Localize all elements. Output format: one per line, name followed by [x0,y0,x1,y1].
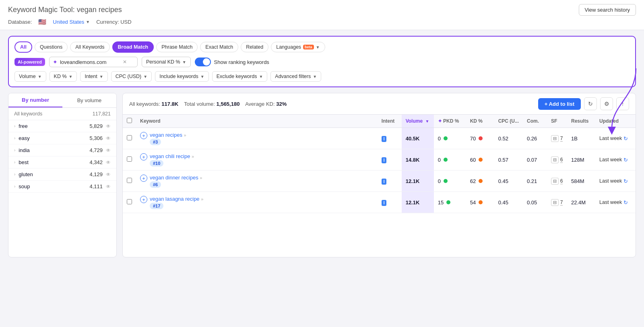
expand-keyword-icon[interactable]: » [200,175,202,180]
kd-dot [479,158,483,162]
view-history-button[interactable]: View search history [579,4,636,16]
volume-value: 12.1K [406,199,420,206]
select-all-checkbox[interactable] [127,118,132,123]
tab-broad-match[interactable]: Broad Match [112,41,154,53]
sparkle-icon: ✦ [53,59,58,65]
tab-languages[interactable]: Languages beta ▼ [271,42,325,52]
clear-icon[interactable]: ✕ [123,59,127,65]
keyword-link[interactable]: vegan dinner recipes [150,175,198,181]
eye-icon[interactable]: 👁 [106,172,111,177]
add-to-list-button[interactable]: + Add to list [538,98,581,110]
tab-related[interactable]: Related [241,42,268,52]
expand-arrow-icon: › [14,136,15,140]
kd-value: 54 [470,199,476,206]
row-checkbox[interactable] [127,178,132,183]
row-checkbox[interactable] [127,135,132,140]
add-keyword-icon[interactable]: + [140,153,147,160]
chevron-down-icon: ▼ [38,74,42,79]
advanced-filters-button[interactable]: Advanced filters ▼ [270,71,321,82]
ai-powered-label: AI-powered [14,58,45,66]
expand-arrow-icon: › [14,160,15,165]
chevron-down-icon: ▼ [182,60,186,64]
refresh-icon[interactable]: ↻ [623,199,628,206]
col-header-pkd: ✦ PKD % [434,115,466,128]
tab-questions[interactable]: Questions [35,42,68,52]
cpc-value: 0.57 [494,149,523,171]
expand-keyword-icon[interactable]: » [192,154,194,159]
keywords-table: Keyword Intent Volume ▼ ✦ PKD % KD % CPC… [123,115,636,213]
intent-filter[interactable]: Intent ▼ [80,71,107,82]
row-checkbox[interactable] [127,156,132,162]
tab-all[interactable]: All [14,41,32,53]
kd-value: 62 [470,178,476,184]
exclude-keywords-filter[interactable]: Exclude keywords ▼ [212,71,268,82]
expand-keyword-icon[interactable]: » [184,133,186,138]
add-keyword-icon[interactable]: + [140,175,147,182]
domain-input[interactable] [60,59,120,65]
ai-powered-row: AI-powered ✦ ✕ Personal KD % ▼ Show rank… [14,57,630,67]
col-header-intent: Intent [378,115,402,128]
pkd-dot [446,200,450,204]
beta-badge: beta [303,45,314,49]
add-keyword-icon[interactable]: + [140,196,147,203]
volume-filter[interactable]: Volume ▼ [14,71,46,82]
list-item[interactable]: ›gluten 4,129👁 [8,169,116,181]
add-keyword-icon[interactable]: + [140,132,147,139]
chevron-down-icon: ▼ [86,20,90,24]
database-label: Database: [8,19,32,25]
tab-exact-match[interactable]: Exact Match [200,42,238,52]
keyword-link[interactable]: vegan chili recipe [150,153,190,159]
eye-icon[interactable]: 👁 [106,148,111,153]
export-button[interactable]: ↑ [616,97,629,110]
intent-badge: I [382,200,387,206]
updated-value: Last week [599,178,622,184]
show-ranking-toggle-wrap: Show ranking keywords [195,58,269,66]
eye-icon[interactable]: 👁 [106,123,111,129]
refresh-icon[interactable]: ↻ [623,157,628,163]
include-keywords-filter[interactable]: Include keywords ▼ [155,71,208,82]
eye-icon[interactable]: 👁 [106,160,111,165]
expand-arrow-icon: › [14,184,15,189]
cpc-filter[interactable]: CPC (USD) ▼ [111,71,152,82]
settings-button[interactable]: ⚙ [600,97,613,110]
list-item[interactable]: ›easy 5,306👁 [8,132,116,144]
row-checkbox[interactable] [127,199,132,204]
main-content: By number By volume All keywords 117,821… [0,93,644,265]
intent-badge: I [382,157,387,163]
col-header-results: Results [567,115,595,128]
list-item[interactable]: ›free 5,829👁 [8,120,116,132]
keyword-link[interactable]: vegan lasagna recipe [150,196,200,202]
keyword-type-tabs: All Questions All Keywords Broad Match P… [14,41,630,53]
database-selector[interactable]: United States ▼ [53,19,90,25]
keyword-link[interactable]: vegan recipes [150,132,182,138]
eye-icon[interactable]: 👁 [106,184,111,189]
list-item[interactable]: ›soup 4,111👁 [8,181,116,193]
tab-phrase-match[interactable]: Phrase Match [156,42,198,52]
col-header-volume[interactable]: Volume ▼ [402,115,434,128]
pkd-value: 0 [438,157,441,163]
sidebar-tab-by-number[interactable]: By number [8,93,62,107]
sidebar-tab-by-volume[interactable]: By volume [62,93,116,107]
volume-value: 40.5K [406,136,420,142]
show-ranking-toggle[interactable] [195,58,211,66]
sf-icon: ⊟ [551,199,559,206]
eye-icon[interactable]: 👁 [106,136,111,141]
keyword-table-area: All keywords: 117.8K Total volume: 1,565… [122,93,636,257]
pkd-value: 0 [438,178,441,184]
chevron-down-icon: ▼ [259,74,263,79]
domain-input-wrap[interactable]: ✦ ✕ [49,57,138,67]
table-row: + vegan lasagna recipe » #17 I 12.1K 15 … [123,192,636,213]
refresh-icon[interactable]: ↻ [623,178,628,184]
list-item[interactable]: ›best 4,342👁 [8,156,116,169]
kd-filter[interactable]: KD % ▼ [50,71,77,82]
pkd-dot [444,179,448,183]
refresh-button[interactable]: ↻ [584,97,597,110]
personal-kd-button[interactable]: Personal KD % ▼ [142,57,191,67]
refresh-icon[interactable]: ↻ [623,136,628,142]
cpc-value: 0.45 [494,192,523,213]
chevron-down-icon: ▼ [143,74,147,79]
tab-all-keywords[interactable]: All Keywords [70,42,109,52]
list-item[interactable]: ›india 4,729👁 [8,144,116,156]
show-ranking-label: Show ranking keywords [214,59,269,65]
expand-keyword-icon[interactable]: » [201,197,203,202]
